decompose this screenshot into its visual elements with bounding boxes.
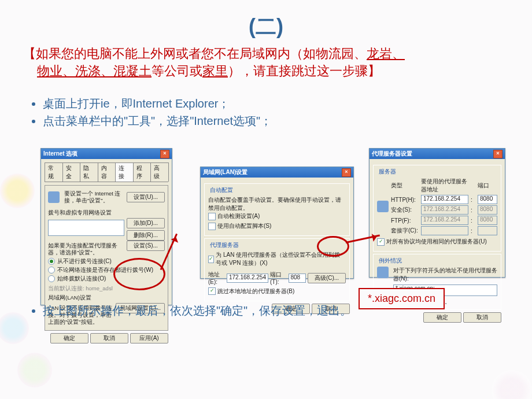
tab-security[interactable]: 安全: [62, 162, 81, 182]
remove-button[interactable]: 删除(R)...: [127, 230, 165, 241]
bottom-note: 按上图所示操作，最后，依次选择"确定"，保存设置，退出。: [28, 303, 352, 319]
tabs: 常规 安全 隐私 内容 连接 程序 高级: [45, 162, 168, 182]
exception-callout-text: *.xiagc.com.cn: [368, 293, 435, 304]
tab-advanced[interactable]: 高级: [150, 162, 169, 182]
ok-button[interactable]: 确定: [423, 312, 461, 323]
deco-circle: [17, 353, 52, 387]
exceptions-text: 对于下列字符开头的地址不使用代理服务器(N):: [393, 267, 497, 283]
deco-circle: [492, 370, 532, 399]
tab-privacy[interactable]: 隐私: [80, 162, 98, 182]
proxy-settings-dialog: 代理服务器设置 × 服务器 类型 要使用的代理服务器地址 端口 HTTP(H):…: [369, 148, 505, 278]
ok-button[interactable]: 确定: [50, 333, 88, 343]
addr-label: 地址(E):: [208, 271, 225, 285]
dialog-title: 局域网(LAN)设置: [203, 168, 247, 176]
notice-underline-1: 龙岩、: [367, 46, 405, 61]
row-ftp-port: 8080: [478, 216, 497, 225]
titlebar: Internet 选项 ×: [41, 149, 172, 159]
tab-connections[interactable]: 连接: [115, 162, 134, 182]
close-icon[interactable]: ×: [342, 168, 351, 177]
row-http-port[interactable]: 8080: [478, 195, 497, 204]
row-sec-addr: 172.168.2.254: [421, 205, 468, 215]
instruction-item: 桌面上打开ie，即Internet Explorer；: [43, 96, 509, 112]
section-label-lan: 局域网(LAN)设置: [48, 294, 165, 301]
close-icon[interactable]: ×: [493, 150, 503, 158]
group-servers: 服务器: [377, 168, 398, 176]
default-connection-value: home_adsl: [86, 285, 112, 291]
col-addr: 要使用的代理服务器地址: [421, 178, 468, 194]
apply-button[interactable]: 应用(A): [130, 333, 168, 343]
exception-icon: [377, 267, 389, 278]
notice-text: 【如果您的电脑不能上外网或者您不在局域网内（如物流园、龙岩、 物业、洗涤、混凝土…: [23, 45, 509, 79]
server-icon: [377, 201, 389, 212]
connection-icon: [48, 191, 60, 203]
port-label: 端口(T):: [270, 271, 287, 285]
notice-underline-3: 家里: [202, 64, 228, 78]
settings-text: 如果要为连接配置代理服务器，请选择"设置"。: [48, 242, 124, 256]
setup-text: 要设置一个 Internet 连接，单击"设置"。: [64, 190, 124, 204]
deco-circle: [0, 173, 35, 208]
row-sec-label: 安全(S):: [391, 206, 419, 214]
notice-line1a: 如果您的电脑不能上外网或者您不在局域网内（如物流园、: [36, 46, 367, 61]
dialog-title: 代理服务器设置: [372, 150, 412, 158]
row-sock-label: 套接字(C):: [391, 227, 419, 235]
cancel-button[interactable]: 取消: [90, 333, 128, 343]
titlebar: 代理服务器设置 ×: [370, 149, 505, 159]
group-exceptions: 例外情况: [377, 257, 404, 265]
notice-underline-2: 物业、洗涤、混凝土: [37, 64, 152, 78]
chk-same-proxy[interactable]: ✓对所有协议均使用相同的代理服务器(U): [377, 238, 487, 246]
advanced-button[interactable]: 高级(C)...: [308, 273, 346, 283]
add-button[interactable]: 添加(D)...: [127, 218, 165, 228]
close-icon[interactable]: ×: [160, 150, 169, 158]
chk-auto-detect[interactable]: 自动检测设置(A): [208, 212, 260, 220]
port-input[interactable]: 808: [289, 274, 306, 283]
radio-always-dial[interactable]: 始终拨默认连接(O): [48, 275, 106, 283]
cancel-button[interactable]: 取消: [463, 312, 501, 323]
group-proxy: 代理服务器: [208, 241, 241, 249]
exception-callout: *.xiagc.com.cn: [359, 288, 445, 309]
setup-button[interactable]: 设置(U)...: [127, 192, 165, 202]
group-auto-config: 自动配置: [208, 186, 235, 194]
titlebar: 局域网(LAN)设置 ×: [201, 167, 353, 178]
tab-programs[interactable]: 程序: [133, 162, 152, 182]
col-type: 类型: [391, 182, 419, 190]
settings-button[interactable]: 设置(S)...: [127, 241, 165, 251]
lan-settings-dialog: 局域网(LAN)设置 × 自动配置 自动配置会覆盖手动设置。要确保使用手动设置，…: [200, 167, 354, 279]
bottom-note-item: 按上图所示操作，最后，依次选择"确定"，保存设置，退出。: [43, 303, 352, 319]
row-sock-addr: [421, 226, 468, 235]
addr-input[interactable]: 172.168.2.254: [227, 274, 268, 283]
connections-listbox[interactable]: [48, 220, 124, 236]
highlight-ring-advanced: [317, 236, 349, 257]
col-port: 端口: [478, 182, 497, 190]
instruction-item: 点击菜单栏中的"工具"，选择"Internet选项"；: [43, 113, 509, 129]
row-http-label: HTTP(H):: [391, 197, 419, 203]
deco-circle: [0, 312, 29, 344]
dialog-title: Internet 选项: [43, 150, 77, 158]
tab-general[interactable]: 常规: [45, 162, 63, 182]
highlight-ring-lansettings: [113, 258, 165, 290]
instruction-list: 桌面上打开ie，即Internet Explorer； 点击菜单栏中的"工具"，…: [28, 96, 509, 131]
notice-open: 【: [23, 46, 36, 61]
row-sec-port: 8080: [478, 205, 497, 215]
tab-content[interactable]: 内容: [98, 162, 116, 182]
row-http-addr[interactable]: 172.168.2.254: [421, 195, 468, 204]
slide-number-heading: (二): [0, 13, 532, 41]
row-ftp-label: FTP(F):: [391, 217, 419, 224]
default-connection-label: 当前默认连接:: [48, 285, 84, 291]
chk-auto-script[interactable]: 使用自动配置脚本(S): [208, 222, 271, 230]
chk-bypass-local[interactable]: ✓跳过本地地址的代理服务器(B): [208, 287, 294, 295]
notice-line2d: ），请直接跳过这一步骤】: [228, 64, 380, 78]
auto-config-text: 自动配置会覆盖手动设置。要确保使用手动设置，请禁用自动配置。: [208, 196, 346, 212]
section-label: 拨号和虚拟专用网络设置: [48, 209, 165, 216]
row-sock-port: [478, 226, 497, 235]
notice-line2b: 等公司或: [152, 64, 202, 78]
radio-never-dial[interactable]: 从不进行拨号连接(C): [48, 257, 112, 265]
row-ftp-addr: 172.168.2.254: [421, 216, 468, 225]
